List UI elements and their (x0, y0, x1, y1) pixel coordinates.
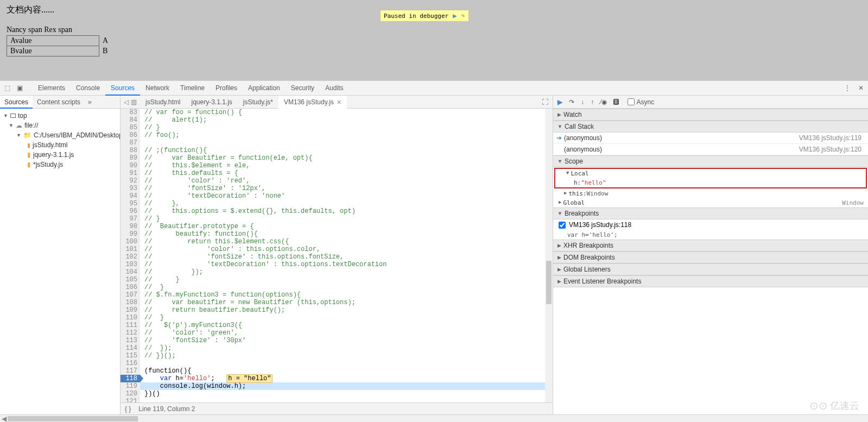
editor-tab-active[interactable]: VM136 jsStudy.js✕ (278, 96, 347, 109)
tree-top[interactable]: ▼top (0, 111, 120, 121)
file-icon: ▮ (27, 142, 30, 149)
close-tab-icon[interactable]: ✕ (337, 96, 341, 109)
deactivate-breakpoints-button[interactable]: ⁄◉ (600, 98, 607, 106)
paused-label: Paused in debugger (384, 12, 448, 20)
section-scope[interactable]: ▼Scope (553, 155, 868, 167)
table-row: Bvalue B (7, 46, 112, 56)
watermark-icon: ⊙⊙ (809, 399, 828, 412)
scrollbar-thumb[interactable] (546, 261, 552, 304)
tab-timeline[interactable]: Timeline (175, 80, 210, 96)
horizontal-scrollbar[interactable]: ◀ (0, 414, 868, 422)
current-frame-icon: ➔ (556, 134, 562, 142)
section-global-listeners[interactable]: ▶Global Listeners (553, 263, 868, 275)
watermark: ⊙⊙ 亿速云 (809, 399, 859, 412)
debugger-panel: ▶ ↷ ↓ ↑ ⁄◉ II Async ▶Watch ▼Call Stack ➔… (553, 96, 868, 414)
tab-sources-nav[interactable]: Sources (0, 96, 33, 109)
vertical-scrollbar[interactable] (545, 109, 553, 402)
stack-frame[interactable]: (anonymous)VM136 jsStudy.js:120 (553, 144, 868, 155)
more-options-icon[interactable]: ⋮ (844, 84, 851, 92)
code-lines[interactable]: // var foo = function() {// alert(1);// … (140, 109, 553, 402)
tab-content-scripts[interactable]: Content scripts (33, 96, 85, 109)
window-icon (10, 114, 16, 118)
gutter[interactable]: 8384858687888990919293949596979899100101… (121, 109, 140, 402)
cell-label: B (99, 46, 112, 56)
tab-elements[interactable]: Elements (33, 80, 71, 96)
tab-sources[interactable]: Sources (105, 80, 140, 96)
section-event-listeners[interactable]: ▶Event Listener Breakpoints (553, 275, 868, 287)
section-callstack[interactable]: ▼Call Stack (553, 121, 868, 133)
tree-folder[interactable]: ▼📁C:/Users/IBM_ADMIN/Desktop/ (0, 130, 120, 140)
section-xhr-breakpoints[interactable]: ▶XHR Breakpoints (553, 240, 868, 251)
page-spans: Nancy span Rex span (7, 26, 861, 34)
scrollbar-thumb[interactable] (8, 416, 138, 421)
debug-toolbar: ▶ ↷ ↓ ↑ ⁄◉ II Async (553, 96, 868, 109)
async-checkbox-input[interactable] (628, 98, 635, 105)
stack-frame[interactable]: ➔(anonymous)VM136 jsStudy.js:119 (553, 133, 868, 144)
resume-button[interactable]: ▶ (557, 98, 562, 106)
file-icon: ▮ (27, 161, 31, 168)
breakpoint-item[interactable]: VM136 jsStudy.js:118 (553, 219, 868, 230)
tab-application[interactable]: Application (243, 80, 286, 96)
scope-local-highlight: ▼Local h: "hello" (554, 168, 867, 188)
scope-this[interactable]: ▶this: Window (553, 189, 868, 198)
scope-variable[interactable]: h: "hello" (555, 178, 866, 187)
editor-tab[interactable]: jsStudy.js* (238, 96, 278, 109)
close-devtools-icon[interactable]: ✕ (858, 84, 864, 92)
scroll-left-icon[interactable]: ◀ (0, 415, 8, 423)
cell-value: Avalue (7, 36, 99, 46)
tree-file[interactable]: ▮*jsStudy.js (0, 160, 120, 169)
nav-back-icon[interactable]: ◁ (124, 98, 129, 106)
nav-list-icon[interactable]: ▥ (131, 98, 137, 106)
step-into-button[interactable]: ↓ (581, 98, 584, 106)
folder-icon: 📁 (23, 131, 31, 139)
step-over-icon[interactable]: ↷ (461, 12, 465, 20)
pretty-print-icon[interactable]: { } (125, 405, 131, 413)
device-toggle-icon[interactable]: ▣ (17, 84, 23, 92)
breakpoint-code: var h='hello'; (553, 230, 868, 240)
page-preview: 文档内容...... Nancy span Rex span Avalue A … (0, 0, 868, 80)
pause-on-exceptions-button[interactable]: II (613, 99, 619, 105)
page-table: Avalue A Bvalue B (7, 35, 112, 56)
tab-audits[interactable]: Audits (320, 80, 349, 96)
callstack-body: ➔(anonymous)VM136 jsStudy.js:119 (anonym… (553, 133, 868, 155)
navigator-tabs: Sources Content scripts » (0, 96, 120, 109)
breakpoint-checkbox[interactable] (559, 222, 566, 229)
editor-tab[interactable]: jquery-3.1.1.js (186, 96, 237, 109)
paused-in-debugger-banner: Paused in debugger ▶ ↷ (380, 10, 469, 22)
devtools-tabbar: ⬚ ▣ Elements Console Sources Network Tim… (0, 80, 868, 96)
scope-global[interactable]: ▶GlobalWindow (553, 198, 868, 207)
more-tabs-icon[interactable]: » (85, 98, 95, 106)
step-out-button[interactable]: ↑ (591, 98, 594, 106)
scope-body: ▼Local h: "hello" ▶this: Window ▶GlobalW… (553, 167, 868, 207)
editor-tabs: ◁▥ jsStudy.html jquery-3.1.1.js jsStudy.… (121, 96, 553, 109)
section-dom-breakpoints[interactable]: ▶DOM Breakpoints (553, 251, 868, 263)
devtools-body: Sources Content scripts » ▼top ▼☁file://… (0, 96, 868, 414)
code-editor[interactable]: 8384858687888990919293949596979899100101… (121, 109, 553, 402)
resume-icon[interactable]: ▶ (453, 12, 457, 20)
tab-network[interactable]: Network (140, 80, 175, 96)
tree-origin[interactable]: ▼☁file:// (0, 121, 120, 130)
tab-security[interactable]: Security (286, 80, 320, 96)
async-checkbox[interactable]: Async (628, 98, 655, 106)
tab-profiles[interactable]: Profiles (210, 80, 243, 96)
table-row: Avalue A (7, 36, 112, 46)
breakpoints-body: VM136 jsStudy.js:118 var h='hello'; (553, 219, 868, 240)
step-over-button[interactable]: ↷ (569, 98, 574, 106)
section-watch[interactable]: ▶Watch (553, 109, 868, 121)
tab-console[interactable]: Console (71, 80, 105, 96)
cloud-icon: ☁ (16, 122, 22, 129)
cell-value: Bvalue (7, 46, 99, 56)
scope-local[interactable]: ▼Local (555, 169, 866, 178)
fullscreen-icon[interactable]: ⛶ (537, 98, 553, 106)
tree-file[interactable]: ▮jquery-3.1.1.js (0, 150, 120, 160)
cell-label: A (99, 36, 112, 46)
tree-file[interactable]: ▮jsStudy.html (0, 140, 120, 150)
file-icon: ▮ (27, 151, 31, 159)
editor-statusbar: { } Line 119, Column 2 (121, 402, 553, 414)
editor-tab[interactable]: jsStudy.html (140, 96, 186, 109)
editor-panel: ◁▥ jsStudy.html jquery-3.1.1.js jsStudy.… (121, 96, 553, 414)
section-breakpoints[interactable]: ▼Breakpoints (553, 207, 868, 219)
file-tree: ▼top ▼☁file:// ▼📁C:/Users/IBM_ADMIN/Desk… (0, 109, 120, 172)
inspect-icon[interactable]: ⬚ (4, 84, 10, 92)
cursor-position: Line 119, Column 2 (138, 405, 195, 413)
